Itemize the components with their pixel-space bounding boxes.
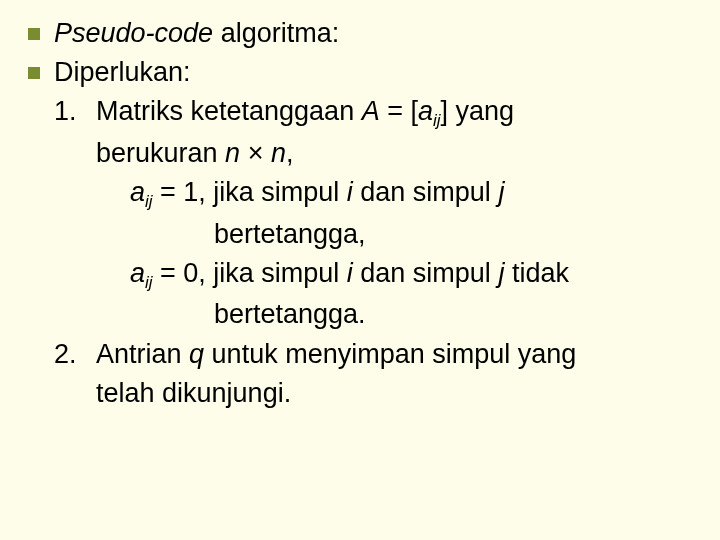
text: dan simpul bbox=[353, 177, 499, 207]
text: tidak bbox=[504, 258, 569, 288]
cond-2-line2: bertetangga. bbox=[54, 295, 692, 334]
text: berukuran bbox=[96, 138, 225, 168]
text: dan simpul bbox=[353, 258, 499, 288]
text: Antrian bbox=[96, 339, 189, 369]
var-j: j bbox=[498, 177, 504, 207]
cond-1-line1: aij = 1, jika simpul i dan simpul j bbox=[54, 173, 692, 215]
item-2-line2: telah dikunjungi. bbox=[54, 374, 692, 413]
text: untuk menyimpan simpul yang bbox=[204, 339, 576, 369]
text: = 1, jika simpul bbox=[152, 177, 346, 207]
bullet-2-body: Diperlukan: 1. Matriks ketetanggaan A = … bbox=[54, 53, 692, 413]
diperlukan-title: Diperlukan: bbox=[54, 53, 692, 92]
var-a: a bbox=[130, 258, 145, 288]
slide: Pseudo-code algoritma: Diperlukan: 1. Ma… bbox=[0, 0, 720, 540]
var-A: A bbox=[362, 96, 380, 126]
var-q: q bbox=[189, 339, 204, 369]
item-1-number: 1. bbox=[54, 92, 96, 134]
pseudo-code-word: Pseudo-code bbox=[54, 18, 213, 48]
item-2-number: 2. bbox=[54, 335, 96, 374]
text: Matriks ketetanggaan bbox=[96, 96, 362, 126]
bullet-1: Pseudo-code algoritma: bbox=[28, 14, 692, 53]
item-2: 2. Antrian q untuk menyimpan simpul yang bbox=[54, 335, 692, 374]
var-a: a bbox=[418, 96, 433, 126]
var-n: n bbox=[271, 138, 286, 168]
times-symbol: × bbox=[240, 138, 271, 168]
bullet-1-rest: algoritma: bbox=[213, 18, 339, 48]
item-1: 1. Matriks ketetanggaan A = [aij] yang bbox=[54, 92, 692, 134]
square-bullet-icon bbox=[28, 67, 40, 79]
var-n: n bbox=[225, 138, 240, 168]
item-1-line1: Matriks ketetanggaan A = [aij] yang bbox=[96, 92, 692, 134]
var-a: a bbox=[130, 177, 145, 207]
item-1-line2: berukuran n × n, bbox=[54, 134, 692, 173]
text: ] yang bbox=[440, 96, 514, 126]
text: , bbox=[286, 138, 294, 168]
bullet-1-text: Pseudo-code algoritma: bbox=[54, 14, 692, 53]
text: = [ bbox=[380, 96, 418, 126]
item-2-line1: Antrian q untuk menyimpan simpul yang bbox=[96, 335, 692, 374]
cond-2-line1: aij = 0, jika simpul i dan simpul j tida… bbox=[54, 254, 692, 296]
square-bullet-icon bbox=[28, 28, 40, 40]
cond-1-line2: bertetangga, bbox=[54, 215, 692, 254]
text: = 0, jika simpul bbox=[152, 258, 346, 288]
bullet-2: Diperlukan: 1. Matriks ketetanggaan A = … bbox=[28, 53, 692, 413]
